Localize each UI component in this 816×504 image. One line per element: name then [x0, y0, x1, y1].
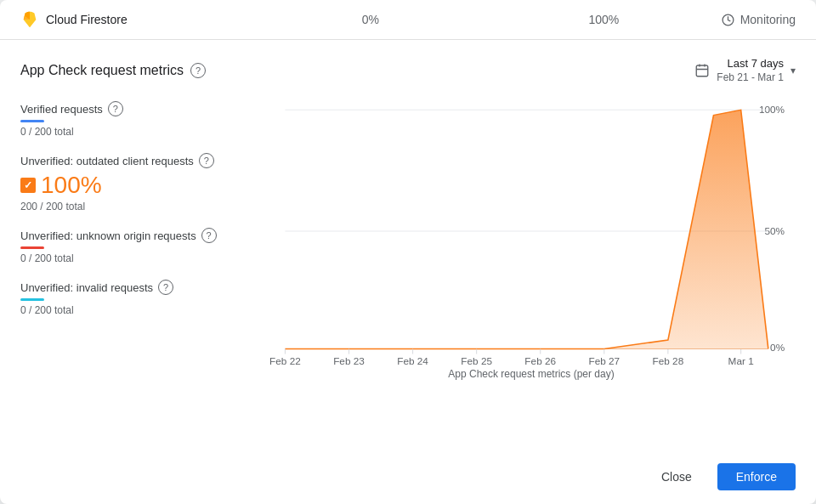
svg-text:0%: 0% [770, 343, 785, 354]
chart-area: 100% 50% 0% [258, 101, 796, 443]
svg-text:Feb 26: Feb 26 [524, 357, 556, 365]
dialog: Cloud Firestore 0% 100% Monitoring App C… [0, 0, 816, 504]
metric-label-unknown: Unverified: unknown origin requests ? [20, 228, 258, 243]
svg-text:Feb 24: Feb 24 [397, 357, 428, 365]
metrics-list: Verified requests ? 0 / 200 total Unveri… [20, 101, 258, 443]
date-range-picker[interactable]: Last 7 days Feb 21 - Mar 1 ▾ [694, 57, 796, 84]
metric-count-outdated: 200 / 200 total [20, 201, 258, 212]
help-icon-unknown[interactable]: ? [201, 228, 217, 243]
pct-left: 0% [254, 13, 488, 26]
svg-text:Feb 27: Feb 27 [588, 357, 620, 365]
metric-line-unknown [20, 246, 44, 249]
metric-label-verified: Verified requests ? [20, 101, 258, 116]
metric-line-invalid [20, 298, 44, 301]
footer: Close Enforce [0, 453, 816, 504]
metric-label-outdated: Unverified: outdated client requests ? [20, 153, 258, 168]
pct-right: 100% [487, 13, 721, 26]
date-range-sub: Feb 21 - Mar 1 [717, 71, 784, 85]
body-area: Verified requests ? 0 / 200 total Unveri… [20, 101, 796, 443]
close-button[interactable]: Close [646, 463, 707, 490]
section-title-area: App Check request metrics ? [20, 63, 206, 78]
metric-outdated: Unverified: outdated client requests ? 1… [20, 153, 258, 212]
enforce-button[interactable]: Enforce [717, 463, 796, 490]
checkbox-outdated [20, 178, 36, 193]
metric-invalid: Unverified: invalid requests ? 0 / 200 t… [20, 280, 258, 316]
metric-unknown: Unverified: unknown origin requests ? 0 … [20, 228, 258, 264]
help-icon-invalid[interactable]: ? [158, 280, 173, 295]
metric-label-invalid: Unverified: invalid requests ? [20, 280, 258, 295]
svg-text:Mar 1: Mar 1 [728, 357, 754, 365]
service-label: Cloud Firestore [46, 13, 128, 26]
service-info: Cloud Firestore [20, 10, 254, 29]
metric-count-verified: 0 / 200 total [20, 126, 258, 138]
firestore-icon [20, 10, 39, 29]
date-range-title: Last 7 days [728, 57, 785, 71]
chart-x-label: App Check request metrics (per day) [267, 368, 796, 380]
help-icon-outdated[interactable]: ? [199, 153, 214, 168]
svg-text:Feb 22: Feb 22 [269, 357, 301, 365]
monitoring-label: Monitoring [740, 13, 796, 26]
metric-line-verified [20, 120, 44, 122]
metric-verified: Verified requests ? 0 / 200 total [20, 101, 258, 138]
svg-text:Feb 23: Feb 23 [333, 357, 365, 365]
chevron-down-icon: ▾ [790, 65, 796, 76]
section-header: App Check request metrics ? Last 7 days … [20, 57, 796, 84]
chart-svg-container: 100% 50% 0% [267, 101, 796, 365]
svg-rect-1 [697, 65, 709, 76]
metric-count-unknown: 0 / 200 total [20, 252, 258, 264]
top-bar: Cloud Firestore 0% 100% Monitoring [0, 0, 816, 40]
date-range-text: Last 7 days Feb 21 - Mar 1 [717, 57, 784, 84]
metric-value-outdated: 100% [20, 172, 258, 199]
svg-text:Feb 25: Feb 25 [461, 357, 492, 365]
help-icon[interactable]: ? [190, 63, 206, 78]
svg-text:Feb 28: Feb 28 [653, 357, 684, 365]
main-content: App Check request metrics ? Last 7 days … [0, 40, 816, 453]
monitoring-link[interactable]: Monitoring [721, 13, 796, 27]
chart-svg: 100% 50% 0% [267, 101, 796, 365]
help-icon-verified[interactable]: ? [108, 101, 123, 116]
section-title-text: App Check request metrics [20, 63, 184, 78]
metric-count-invalid: 0 / 200 total [20, 304, 258, 316]
